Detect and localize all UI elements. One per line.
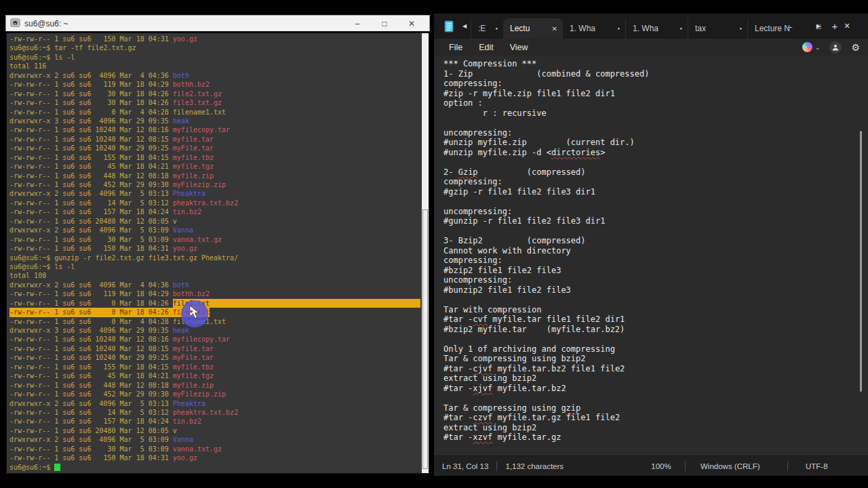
terminal-line: -rw-rw-r-- 1 su6 su6 448 Mar 12 08:18 my… [9, 381, 420, 390]
unsaved-dot-icon: ● [491, 26, 498, 30]
editor-line [443, 226, 868, 237]
terminal-line: -rw-rw-r-- 1 su6 su6 150 Mar 18 04:31 yo… [9, 35, 420, 43]
terminal-line: drwxrwxr-x 3 su6 su6 4096 Mar 29 09:35 h… [9, 326, 420, 335]
misspelled-word: Gzip [458, 167, 478, 177]
editor-line [443, 334, 868, 344]
terminal-scrollbar-thumb[interactable] [422, 209, 428, 469]
notepad-window: ◀ :E●Lectu✕1. Wha●1. Wha●tax●Lecture N ▶… [434, 14, 868, 476]
terminal-line: drwxrwxr-x 3 su6 su6 4096 Mar 29 09:35 h… [9, 117, 420, 125]
tab[interactable]: 1. Wha● [563, 18, 625, 39]
terminal-line: -rw-rw-r-- 1 su6 su6 45 Mar 18 04:21 myf… [9, 162, 420, 171]
editor-line: compressing: [443, 79, 868, 89]
menu-view[interactable]: View [502, 41, 536, 54]
notepad-minimize-button[interactable]: – [776, 22, 804, 30]
terminal-line: -rw-rw-r-- 1 su6 su6 155 Mar 18 04:15 my… [9, 153, 420, 162]
status-line-col: Ln 31, Col 13 [434, 462, 496, 470]
terminal-line: -rw-rw-r-- 1 su6 su6 452 Mar 29 09:30 my… [9, 390, 420, 399]
notepad-editor[interactable]: *** Compression ***1- Zip (combined & co… [434, 56, 868, 455]
terminal-line: drwxrwxr-x 2 su6 su6 4096 Mar 4 04:36 bo… [9, 71, 420, 80]
editor-line: Cannot work with directory [443, 246, 868, 256]
editor-line: extract using bzip2 [443, 423, 868, 433]
account-button[interactable] [829, 41, 842, 54]
tab-label: 1. Wha [633, 24, 658, 33]
terminal-line: -rw-rw-r-- 1 su6 su6 14 Mar 5 03:12 phea… [9, 199, 420, 207]
terminal-minimize-button[interactable]: – [344, 16, 371, 31]
terminal-line: su6@su6:~$ gunzip -r file2.txt.gz file3.… [9, 253, 420, 262]
notepad-menu-bar: File Edit View ⌄ ⚙ [434, 39, 868, 56]
chevron-down-icon: ⌄ [815, 44, 821, 51]
tab-active[interactable]: Lectu✕ [503, 18, 563, 39]
editor-line: option : [443, 98, 868, 108]
misspelled-word: cjvf [473, 364, 492, 373]
terminal-close-button[interactable]: ✕ [398, 16, 425, 31]
notepad-app-icon [443, 20, 454, 33]
tab-scroll-left-icon[interactable]: ◀ [458, 23, 471, 29]
editor-line: #bzip2 file1 file2 file3 [443, 266, 868, 276]
video-frame-background: su6@su6: ~ – □ ✕ -rw-rw-r-- 1 su6 su6 15… [0, 0, 868, 488]
editor-line [443, 295, 868, 305]
copilot-button[interactable]: ⌄ [802, 42, 821, 52]
terminal-line: -rw-rw-r-- 1 su6 su6 448 Mar 12 08:18 my… [9, 171, 420, 180]
terminal-line: -rw-rw-r-- 1 su6 su6 45 Mar 18 04:21 myf… [9, 371, 420, 380]
terminal-titlebar[interactable]: su6@su6: ~ – □ ✕ [5, 15, 430, 31]
copilot-icon [802, 42, 812, 52]
mouse-click-overlay [181, 300, 208, 327]
editor-line: extract using bzip2 [443, 373, 868, 384]
terminal-body[interactable]: -rw-rw-r-- 1 su6 su6 150 Mar 18 04:31 yo… [5, 31, 430, 474]
settings-gear-icon[interactable]: ⚙ [851, 42, 860, 53]
editor-line [443, 197, 868, 207]
terminal-line: -rw-rw-r-- 1 su6 su6 0 Mar 18 04:26 file… [9, 299, 420, 308]
status-line-endings[interactable]: Windows (CRLF) [686, 462, 787, 470]
terminal-line: -rw-rw-r-- 1 su6 su6 157 Mar 18 04:24 ti… [9, 207, 420, 216]
unsaved-dot-icon: ● [735, 26, 742, 30]
editor-line: uncompressing: [443, 128, 868, 138]
terminal-line: drwxrwxr-x 2 su6 su6 4096 Mar 5 03:13 Ph… [9, 189, 420, 198]
misspelled-word: xzvf [473, 432, 492, 442]
terminal-line: su6@su6:~$ tar -tf file2.txt.gz [9, 43, 420, 52]
editor-line [443, 393, 868, 403]
editor-line [443, 118, 868, 128]
editor-line: #tar -xzvf myfile.tar.gz [443, 432, 868, 443]
terminal-line: -rw-rw-r-- 1 su6 su6 0 Mar 18 04:26 file… [9, 308, 420, 317]
editor-line: uncompressing: [443, 275, 868, 285]
editor-line: #tar -cjvf myfile.tar.bz2 file1 file2 [443, 364, 868, 374]
terminal-line: -rw-rw-r-- 1 su6 su6 20480 Mar 12 08:05 … [9, 426, 420, 435]
editor-line: #zip -r myfile.zip file1 file2 dir1 [443, 89, 868, 99]
editor-line: #tar -czvf myfile.tar.gz file1 file2 [443, 413, 868, 423]
tab[interactable]: tax● [688, 18, 747, 39]
close-tab-icon[interactable]: ✕ [547, 25, 557, 33]
editor-line: compressing: [443, 256, 868, 266]
terminal-line: -rw-rw-r-- 1 su6 su6 30 Mar 18 04:26 fil… [9, 89, 420, 98]
terminal-scrollbar[interactable] [422, 33, 429, 473]
editor-line: *** Compression *** [443, 59, 868, 69]
terminal-line: -rw-rw-r-- 1 su6 su6 0 Mar 4 04:28 filen… [9, 317, 420, 326]
terminal-line: -rw-rw-r-- 1 su6 su6 155 Mar 18 04:15 my… [9, 363, 420, 371]
status-encoding[interactable]: UTF-8 [788, 462, 868, 470]
menu-file[interactable]: File [441, 41, 471, 54]
terminal-line: -rw-rw-r-- 1 su6 su6 10240 Mar 12 08:16 … [9, 335, 420, 344]
notepad-tab-bar: ◀ :E●Lectu✕1. Wha●1. Wha●tax●Lecture N ▶… [434, 14, 868, 39]
terminal-output: -rw-rw-r-- 1 su6 su6 150 Mar 18 04:31 yo… [9, 35, 420, 473]
selection-highlight-fill [210, 299, 420, 308]
editor-line: Tar & compressing using bzip2 [443, 354, 868, 364]
terminal-line: -rw-rw-r-- 1 su6 su6 10240 Mar 12 08:16 … [9, 125, 420, 134]
terminal-line: total 116 [9, 62, 420, 70]
account-icon [831, 43, 840, 52]
terminal-line: -rw-rw-r-- 1 su6 su6 30 Mar 5 03:09 vann… [9, 445, 420, 453]
terminal-maximize-button[interactable]: □ [371, 16, 398, 31]
editor-line: Tar & compressing using gzip [443, 403, 868, 413]
tab[interactable]: :E● [471, 18, 503, 39]
notepad-close-button[interactable]: ✕ [833, 22, 861, 30]
terminal-line: drwxrwxr-x 2 su6 su6 4096 Mar 5 03:09 Va… [9, 226, 420, 235]
notepad-maximize-button[interactable]: □ [804, 22, 833, 30]
tab-label: 1. Wha [570, 24, 595, 33]
terminal-block-cursor [54, 464, 60, 471]
mouse-cursor-icon [187, 305, 201, 321]
terminal-window: su6@su6: ~ – □ ✕ -rw-rw-r-- 1 su6 su6 15… [5, 15, 430, 474]
terminal-app-icon [10, 18, 20, 28]
tab[interactable]: 1. Wha● [625, 18, 688, 39]
notepad-scrollbar-thumb[interactable] [860, 131, 862, 392]
editor-line: 3- Bzip2 (compressed) [443, 236, 868, 246]
menu-edit[interactable]: Edit [471, 41, 502, 54]
status-zoom-level[interactable]: 100% [637, 462, 685, 470]
